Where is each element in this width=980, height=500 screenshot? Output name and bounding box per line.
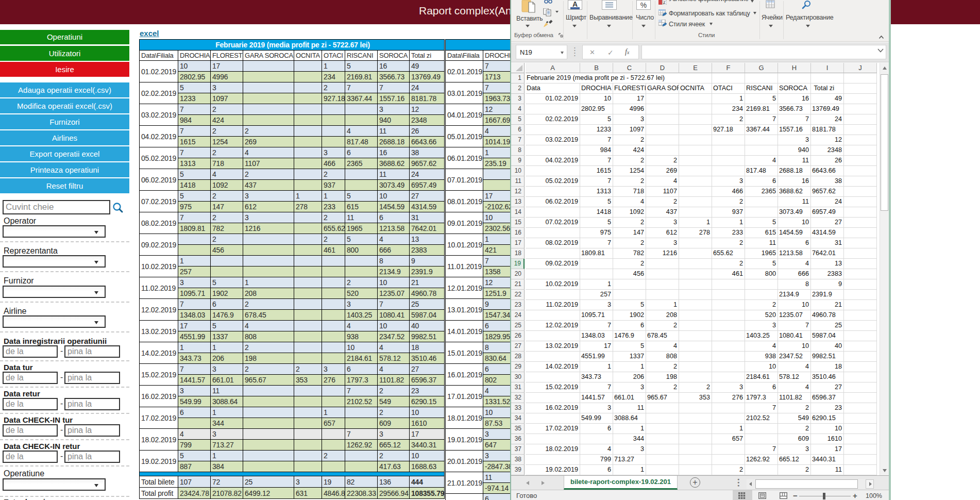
svg-text:≠: ≠	[663, 0, 666, 5]
